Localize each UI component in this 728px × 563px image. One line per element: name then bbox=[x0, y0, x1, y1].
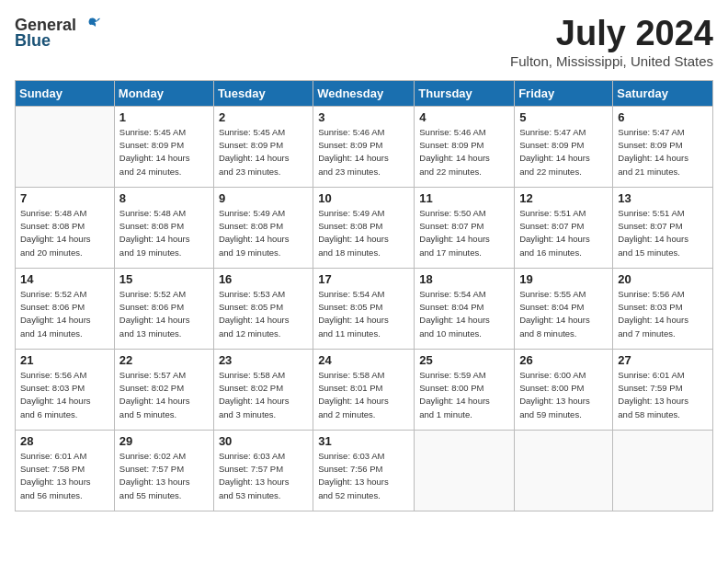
day-number: 21 bbox=[20, 353, 109, 367]
calendar-cell: 9Sunrise: 5:49 AM Sunset: 8:08 PM Daylig… bbox=[213, 187, 313, 268]
calendar-cell: 28Sunrise: 6:01 AM Sunset: 7:58 PM Dayli… bbox=[16, 430, 115, 511]
calendar-cell: 29Sunrise: 6:02 AM Sunset: 7:57 PM Dayli… bbox=[114, 430, 213, 511]
day-info: Sunrise: 5:57 AM Sunset: 8:02 PM Dayligh… bbox=[119, 369, 209, 421]
header-tuesday: Tuesday bbox=[213, 80, 313, 106]
header-row: SundayMondayTuesdayWednesdayThursdayFrid… bbox=[16, 80, 713, 106]
day-info: Sunrise: 5:45 AM Sunset: 8:09 PM Dayligh… bbox=[219, 126, 308, 178]
day-info: Sunrise: 6:03 AM Sunset: 7:56 PM Dayligh… bbox=[318, 450, 409, 502]
header-friday: Friday bbox=[515, 80, 613, 106]
day-info: Sunrise: 5:55 AM Sunset: 8:04 PM Dayligh… bbox=[519, 288, 608, 340]
day-info: Sunrise: 5:56 AM Sunset: 8:03 PM Dayligh… bbox=[618, 288, 708, 340]
calendar-cell: 24Sunrise: 5:58 AM Sunset: 8:01 PM Dayli… bbox=[313, 349, 415, 430]
calendar-cell: 1Sunrise: 5:45 AM Sunset: 8:09 PM Daylig… bbox=[114, 106, 213, 187]
day-info: Sunrise: 5:52 AM Sunset: 8:06 PM Dayligh… bbox=[20, 288, 109, 340]
calendar-cell: 27Sunrise: 6:01 AM Sunset: 7:59 PM Dayli… bbox=[613, 349, 713, 430]
day-info: Sunrise: 5:56 AM Sunset: 8:03 PM Dayligh… bbox=[20, 369, 109, 421]
day-number: 11 bbox=[419, 191, 509, 205]
calendar-cell: 14Sunrise: 5:52 AM Sunset: 8:06 PM Dayli… bbox=[16, 268, 115, 349]
calendar-cell: 19Sunrise: 5:55 AM Sunset: 8:04 PM Dayli… bbox=[515, 268, 613, 349]
week-row-3: 14Sunrise: 5:52 AM Sunset: 8:06 PM Dayli… bbox=[16, 268, 713, 349]
calendar-cell: 11Sunrise: 5:50 AM Sunset: 8:07 PM Dayli… bbox=[415, 187, 515, 268]
week-row-4: 21Sunrise: 5:56 AM Sunset: 8:03 PM Dayli… bbox=[16, 349, 713, 430]
day-info: Sunrise: 6:03 AM Sunset: 7:57 PM Dayligh… bbox=[219, 450, 308, 502]
day-info: Sunrise: 6:01 AM Sunset: 7:59 PM Dayligh… bbox=[618, 369, 708, 421]
day-number: 15 bbox=[119, 272, 209, 286]
logo: General Blue bbox=[15, 15, 100, 51]
calendar-cell: 22Sunrise: 5:57 AM Sunset: 8:02 PM Dayli… bbox=[114, 349, 213, 430]
day-info: Sunrise: 5:48 AM Sunset: 8:08 PM Dayligh… bbox=[20, 207, 109, 259]
week-row-2: 7Sunrise: 5:48 AM Sunset: 8:08 PM Daylig… bbox=[16, 187, 713, 268]
day-number: 26 bbox=[519, 353, 608, 367]
day-number: 14 bbox=[20, 272, 109, 286]
day-number: 3 bbox=[318, 110, 409, 124]
calendar-cell bbox=[515, 430, 613, 511]
day-info: Sunrise: 6:00 AM Sunset: 8:00 PM Dayligh… bbox=[519, 369, 608, 421]
calendar-title: July 2024 bbox=[510, 15, 713, 53]
day-info: Sunrise: 6:01 AM Sunset: 7:58 PM Dayligh… bbox=[20, 450, 109, 502]
day-number: 1 bbox=[119, 110, 209, 124]
calendar-cell: 25Sunrise: 5:59 AM Sunset: 8:00 PM Dayli… bbox=[415, 349, 515, 430]
day-number: 5 bbox=[519, 110, 608, 124]
day-info: Sunrise: 5:49 AM Sunset: 8:08 PM Dayligh… bbox=[318, 207, 409, 259]
calendar-cell: 12Sunrise: 5:51 AM Sunset: 8:07 PM Dayli… bbox=[515, 187, 613, 268]
calendar-cell: 2Sunrise: 5:45 AM Sunset: 8:09 PM Daylig… bbox=[213, 106, 313, 187]
calendar-cell: 26Sunrise: 6:00 AM Sunset: 8:00 PM Dayli… bbox=[515, 349, 613, 430]
day-number: 12 bbox=[519, 191, 608, 205]
day-number: 19 bbox=[519, 272, 608, 286]
day-number: 17 bbox=[318, 272, 409, 286]
day-info: Sunrise: 5:52 AM Sunset: 8:06 PM Dayligh… bbox=[119, 288, 209, 340]
calendar-cell bbox=[16, 106, 115, 187]
header-wednesday: Wednesday bbox=[313, 80, 415, 106]
calendar-cell: 20Sunrise: 5:56 AM Sunset: 8:03 PM Dayli… bbox=[613, 268, 713, 349]
day-number: 16 bbox=[219, 272, 308, 286]
week-row-1: 1Sunrise: 5:45 AM Sunset: 8:09 PM Daylig… bbox=[16, 106, 713, 187]
calendar-cell: 13Sunrise: 5:51 AM Sunset: 8:07 PM Dayli… bbox=[613, 187, 713, 268]
day-number: 25 bbox=[419, 353, 509, 367]
calendar-cell: 23Sunrise: 5:58 AM Sunset: 8:02 PM Dayli… bbox=[213, 349, 313, 430]
day-number: 7 bbox=[20, 191, 109, 205]
day-number: 4 bbox=[419, 110, 509, 124]
calendar-cell: 10Sunrise: 5:49 AM Sunset: 8:08 PM Dayli… bbox=[313, 187, 415, 268]
day-info: Sunrise: 5:47 AM Sunset: 8:09 PM Dayligh… bbox=[519, 126, 608, 178]
day-number: 23 bbox=[219, 353, 308, 367]
day-info: Sunrise: 5:58 AM Sunset: 8:01 PM Dayligh… bbox=[318, 369, 409, 421]
day-info: Sunrise: 5:48 AM Sunset: 8:08 PM Dayligh… bbox=[119, 207, 209, 259]
calendar-cell: 17Sunrise: 5:54 AM Sunset: 8:05 PM Dayli… bbox=[313, 268, 415, 349]
day-number: 20 bbox=[618, 272, 708, 286]
day-info: Sunrise: 5:54 AM Sunset: 8:04 PM Dayligh… bbox=[419, 288, 509, 340]
day-info: Sunrise: 5:51 AM Sunset: 8:07 PM Dayligh… bbox=[519, 207, 608, 259]
calendar-cell: 30Sunrise: 6:03 AM Sunset: 7:57 PM Dayli… bbox=[213, 430, 313, 511]
day-number: 8 bbox=[119, 191, 209, 205]
calendar-cell: 16Sunrise: 5:53 AM Sunset: 8:05 PM Dayli… bbox=[213, 268, 313, 349]
calendar-cell: 21Sunrise: 5:56 AM Sunset: 8:03 PM Dayli… bbox=[16, 349, 115, 430]
day-info: Sunrise: 5:59 AM Sunset: 8:00 PM Dayligh… bbox=[419, 369, 509, 421]
day-number: 6 bbox=[618, 110, 708, 124]
logo-blue-text: Blue bbox=[15, 31, 51, 51]
calendar-cell: 7Sunrise: 5:48 AM Sunset: 8:08 PM Daylig… bbox=[16, 187, 115, 268]
day-info: Sunrise: 5:51 AM Sunset: 8:07 PM Dayligh… bbox=[618, 207, 708, 259]
calendar-cell bbox=[415, 430, 515, 511]
day-number: 24 bbox=[318, 353, 409, 367]
day-number: 27 bbox=[618, 353, 708, 367]
day-number: 29 bbox=[119, 434, 209, 448]
calendar-cell: 5Sunrise: 5:47 AM Sunset: 8:09 PM Daylig… bbox=[515, 106, 613, 187]
header-thursday: Thursday bbox=[415, 80, 515, 106]
calendar-location: Fulton, Mississippi, United States bbox=[510, 53, 713, 69]
day-number: 31 bbox=[318, 434, 409, 448]
day-info: Sunrise: 5:53 AM Sunset: 8:05 PM Dayligh… bbox=[219, 288, 308, 340]
day-info: Sunrise: 5:46 AM Sunset: 8:09 PM Dayligh… bbox=[419, 126, 509, 178]
day-info: Sunrise: 5:58 AM Sunset: 8:02 PM Dayligh… bbox=[219, 369, 308, 421]
day-info: Sunrise: 5:47 AM Sunset: 8:09 PM Dayligh… bbox=[618, 126, 708, 178]
header-saturday: Saturday bbox=[613, 80, 713, 106]
calendar-cell: 4Sunrise: 5:46 AM Sunset: 8:09 PM Daylig… bbox=[415, 106, 515, 187]
week-row-5: 28Sunrise: 6:01 AM Sunset: 7:58 PM Dayli… bbox=[16, 430, 713, 511]
calendar-cell: 18Sunrise: 5:54 AM Sunset: 8:04 PM Dayli… bbox=[415, 268, 515, 349]
day-number: 30 bbox=[219, 434, 308, 448]
calendar-cell: 3Sunrise: 5:46 AM Sunset: 8:09 PM Daylig… bbox=[313, 106, 415, 187]
day-number: 2 bbox=[219, 110, 308, 124]
day-number: 13 bbox=[618, 191, 708, 205]
calendar-cell: 31Sunrise: 6:03 AM Sunset: 7:56 PM Dayli… bbox=[313, 430, 415, 511]
day-info: Sunrise: 5:46 AM Sunset: 8:09 PM Dayligh… bbox=[318, 126, 409, 178]
header-monday: Monday bbox=[114, 80, 213, 106]
header: General Blue July 2024 Fulton, Mississip… bbox=[15, 15, 713, 69]
